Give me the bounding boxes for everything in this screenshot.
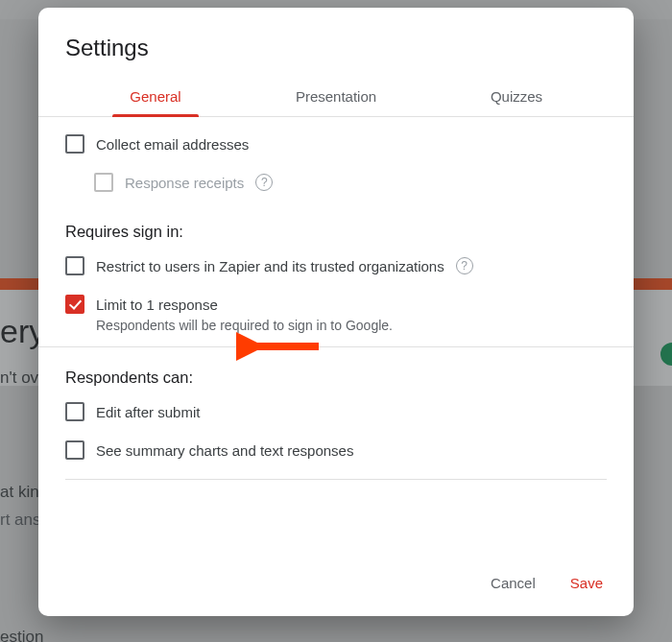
help-icon[interactable]: ? xyxy=(255,174,273,191)
restrict-checkbox[interactable] xyxy=(65,256,84,275)
tab-bar: General Presentation Quizzes xyxy=(38,79,634,117)
signin-section-heading: Requires sign in: xyxy=(65,223,607,241)
tab-quizzes[interactable]: Quizzes xyxy=(426,79,607,116)
cancel-button[interactable]: Cancel xyxy=(487,569,540,597)
see-summary-checkbox[interactable] xyxy=(65,440,84,460)
response-receipts-label: Response receipts xyxy=(125,175,244,191)
save-button[interactable]: Save xyxy=(566,569,607,597)
dialog-title: Settings xyxy=(38,8,634,79)
divider xyxy=(38,346,634,347)
divider xyxy=(65,479,607,480)
restrict-label: Restrict to users in Zapier and its trus… xyxy=(96,258,444,274)
settings-dialog: Settings General Presentation Quizzes Co… xyxy=(38,8,634,616)
help-icon[interactable]: ? xyxy=(456,257,473,274)
tab-general[interactable]: General xyxy=(65,79,246,116)
dialog-footer: Cancel Save xyxy=(38,554,634,616)
see-summary-label: See summary charts and text responses xyxy=(96,442,353,459)
limit-response-label: Limit to 1 response xyxy=(96,297,218,313)
response-receipts-checkbox xyxy=(94,173,113,192)
collect-email-checkbox[interactable] xyxy=(65,134,84,154)
edit-after-checkbox[interactable] xyxy=(65,402,84,421)
edit-after-label: Edit after submit xyxy=(96,404,200,420)
respondents-section-heading: Respondents can: xyxy=(65,369,607,387)
limit-response-help: Respondents will be required to sign in … xyxy=(96,318,607,333)
tab-presentation[interactable]: Presentation xyxy=(246,79,426,116)
limit-response-checkbox[interactable] xyxy=(65,295,84,314)
collect-email-label: Collect email addresses xyxy=(96,136,249,153)
dialog-body: Collect email addresses Response receipt… xyxy=(38,117,634,554)
